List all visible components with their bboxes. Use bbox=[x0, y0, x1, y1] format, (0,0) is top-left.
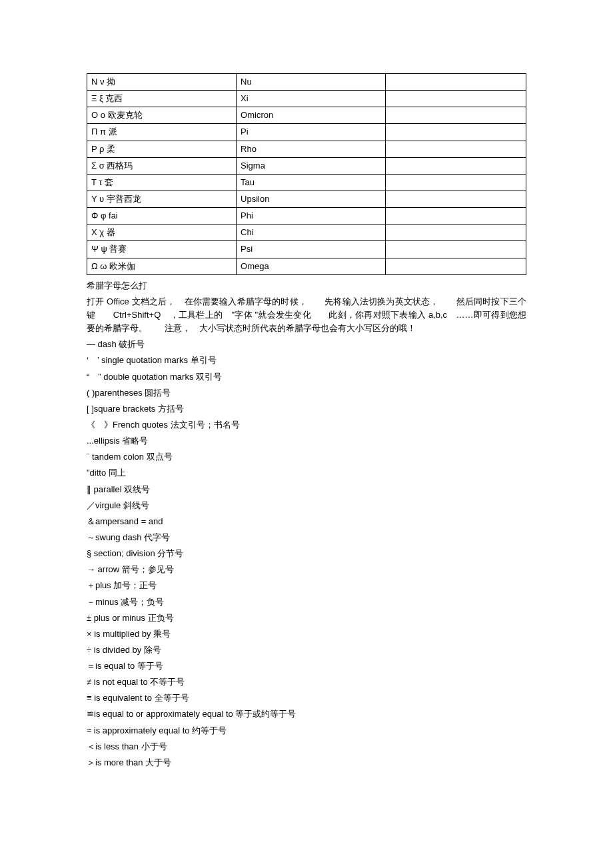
table-cell: Π π 派 bbox=[87, 124, 237, 141]
table-row: Τ τ 套Tau bbox=[87, 174, 526, 191]
greek-letters-table: Ν ν 拗NuΞ ξ 克西XiΟ ο 欧麦克轮OmicronΠ π 派PiΡ ρ… bbox=[87, 73, 526, 275]
symbol-line: ～swung dash 代字号 bbox=[87, 531, 526, 544]
symbol-line: ¨ tandem colon 双点号 bbox=[87, 450, 526, 464]
table-cell bbox=[386, 241, 526, 258]
symbol-line: ≡ is equivalent to 全等于号 bbox=[87, 691, 526, 705]
table-cell: Ο ο 欧麦克轮 bbox=[87, 107, 237, 124]
table-cell bbox=[386, 91, 526, 107]
symbol-line: 《 》French quotes 法文引号；书名号 bbox=[87, 418, 526, 432]
table-cell: Phi bbox=[237, 208, 386, 224]
table-row: Ο ο 欧麦克轮Omicron bbox=[87, 107, 526, 124]
symbol-line: “ ” double quotation marks 双引号 bbox=[87, 370, 526, 384]
table-row: Π π 派Pi bbox=[87, 124, 526, 141]
symbol-line: ＆ampersand = and bbox=[87, 515, 526, 528]
table-cell: Xi bbox=[237, 91, 386, 107]
table-cell bbox=[386, 124, 526, 141]
table-cell bbox=[386, 224, 526, 241]
symbol-line: ＋plus 加号；正号 bbox=[87, 579, 526, 592]
table-cell: Ν ν 拗 bbox=[87, 74, 237, 91]
symbol-list: ― dash 破折号‘ ’ single quotation marks 单引号… bbox=[87, 338, 526, 769]
table-row: Υ υ 宇普西龙Upsilon bbox=[87, 191, 526, 207]
symbol-line: ― dash 破折号 bbox=[87, 338, 526, 351]
table-row: Ρ ρ 柔Rho bbox=[87, 141, 526, 157]
section-heading: 希腊字母怎么打 bbox=[87, 279, 526, 292]
instruction-paragraph: 打开 Office 文档之后， 在你需要输入希腊字母的时候， 先将输入法切换为英… bbox=[87, 295, 526, 335]
symbol-line: ＜is less than 小于号 bbox=[87, 740, 526, 753]
table-cell: Σ σ 西格玛 bbox=[87, 157, 237, 174]
table-cell: Sigma bbox=[237, 157, 386, 174]
table-cell: Tau bbox=[237, 174, 386, 191]
table-cell bbox=[386, 258, 526, 274]
table-cell: Τ τ 套 bbox=[87, 174, 237, 191]
table-cell: Omicron bbox=[237, 107, 386, 124]
symbol-line: ／virgule 斜线号 bbox=[87, 499, 526, 512]
table-cell: Ρ ρ 柔 bbox=[87, 141, 237, 157]
table-cell: Υ υ 宇普西龙 bbox=[87, 191, 237, 207]
symbol-line: －minus 减号；负号 bbox=[87, 596, 526, 609]
symbol-line: ≈ is approximately equal to 约等于号 bbox=[87, 724, 526, 737]
symbol-line: ÷ is divided by 除号 bbox=[87, 644, 526, 657]
symbol-line: "ditto 同上 bbox=[87, 466, 526, 480]
symbol-line: ≌is equal to or approximately equal to 等… bbox=[87, 707, 526, 721]
symbol-line: [ ]square brackets 方括号 bbox=[87, 402, 526, 416]
symbol-line: × is multiplied by 乘号 bbox=[87, 628, 526, 641]
table-row: Ω ω 欧米伽Omega bbox=[87, 258, 526, 274]
table-cell: Chi bbox=[237, 224, 386, 241]
symbol-line: ＞is more than 大于号 bbox=[87, 756, 526, 769]
table-cell bbox=[386, 174, 526, 191]
symbol-line: ≠ is not equal to 不等于号 bbox=[87, 675, 526, 689]
table-cell: Ψ ψ 普赛 bbox=[87, 241, 237, 258]
table-cell: Ω ω 欧米伽 bbox=[87, 258, 237, 274]
table-row: Σ σ 西格玛Sigma bbox=[87, 157, 526, 174]
table-cell: Χ χ 器 bbox=[87, 224, 237, 241]
symbol-line: ＝is equal to 等于号 bbox=[87, 659, 526, 673]
table-row: Ξ ξ 克西Xi bbox=[87, 91, 526, 107]
symbol-line: ‘ ’ single quotation marks 单引号 bbox=[87, 354, 526, 367]
table-row: Ν ν 拗Nu bbox=[87, 74, 526, 91]
table-body: Ν ν 拗NuΞ ξ 克西XiΟ ο 欧麦克轮OmicronΠ π 派PiΡ ρ… bbox=[87, 74, 526, 275]
table-row: Ψ ψ 普赛Psi bbox=[87, 241, 526, 258]
table-cell: Upsilon bbox=[237, 191, 386, 207]
symbol-line: § section; division 分节号 bbox=[87, 547, 526, 560]
table-cell bbox=[386, 208, 526, 224]
table-cell bbox=[386, 107, 526, 124]
table-cell: Ξ ξ 克西 bbox=[87, 91, 237, 107]
table-cell bbox=[386, 191, 526, 207]
table-cell bbox=[386, 74, 526, 91]
table-row: Φ φ faiPhi bbox=[87, 208, 526, 224]
table-cell: Omega bbox=[237, 258, 386, 274]
symbol-line: → arrow 箭号；参见号 bbox=[87, 563, 526, 576]
table-cell bbox=[386, 157, 526, 174]
table-cell: Pi bbox=[237, 124, 386, 141]
symbol-line: ‖ parallel 双线号 bbox=[87, 483, 526, 496]
symbol-line: ( )parentheses 圆括号 bbox=[87, 386, 526, 400]
table-cell: Rho bbox=[237, 141, 386, 157]
table-cell: Psi bbox=[237, 241, 386, 258]
symbol-line: ± plus or minus 正负号 bbox=[87, 612, 526, 625]
table-row: Χ χ 器Chi bbox=[87, 224, 526, 241]
symbol-line: ...ellipsis 省略号 bbox=[87, 434, 526, 448]
table-cell: Φ φ fai bbox=[87, 208, 237, 224]
table-cell: Nu bbox=[237, 74, 386, 91]
table-cell bbox=[386, 141, 526, 157]
